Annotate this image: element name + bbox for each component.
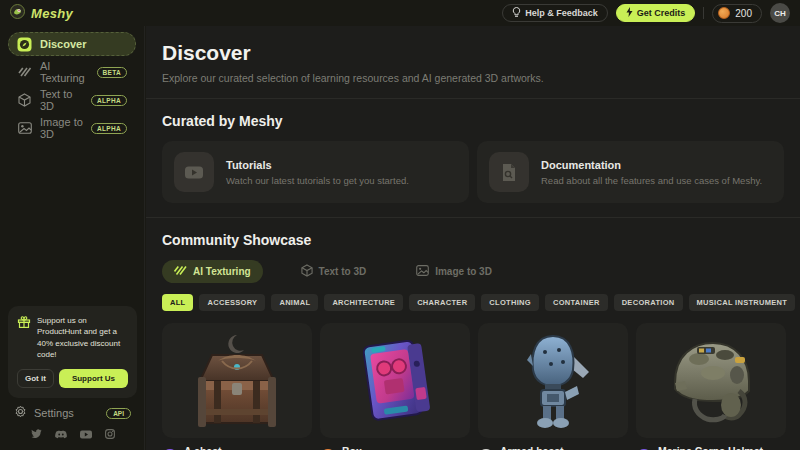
texture-stripes-icon [17,65,32,80]
image-icon [17,121,32,136]
credits-count: 200 [735,8,752,19]
curated-heading: Curated by Meshy [162,113,784,129]
tab-image-to-3d[interactable]: Image to 3D [404,260,504,283]
beta-badge: BETA [97,67,127,78]
model-thumbnail-marine-helmet [636,323,786,438]
gear-icon [14,404,27,422]
app-title: Meshy [31,6,73,21]
curated-card-description: Watch our latest tutorials to get you st… [226,175,409,186]
image-icon [416,265,429,278]
main-content: Discover Explore our curated selection o… [146,26,800,450]
page-title: Discover [162,41,784,65]
app-logo[interactable]: Meshy [10,4,73,23]
sidebar-item-label: Text to 3D [40,88,83,112]
lightning-icon [626,7,633,19]
filter-chip-musical-instrument[interactable]: MUSICAL INSTRUMENT [689,294,796,311]
sidebar-item-discover[interactable]: Discover [8,32,136,56]
page-subtitle: Explore our curated selection of learnin… [162,72,784,84]
sidebar-item-label: Discover [40,38,86,50]
model-thumbnail-chest [162,323,312,438]
tab-label: Text to 3D [319,266,367,277]
got-it-button[interactable]: Got it [17,369,54,388]
get-credits-button[interactable]: Get Credits [616,4,696,22]
settings-label: Settings [34,407,74,419]
curated-card-title: Tutorials [226,159,409,171]
compass-icon [17,37,32,52]
filter-chip-all[interactable]: ALL [162,294,193,311]
document-search-icon [489,152,529,192]
filter-chip-character[interactable]: CHARACTER [409,294,475,311]
discord-icon[interactable] [55,425,67,443]
model-title: Armed beast [500,445,564,450]
lightbulb-icon [512,7,521,19]
filter-chip-accessory[interactable]: ACCESSORY [199,294,265,311]
curated-card-description: Read about all the features and use case… [541,175,762,186]
filter-chip-decoration[interactable]: DECORATION [614,294,683,311]
topbar: Meshy Help & Feedback Get Credits 200 CH [0,0,800,26]
tab-label: AI Texturing [193,266,251,277]
showcase-item-chest[interactable]: HA A chest Hannah [162,323,312,450]
sidebar-item-label: Image to 3D [40,116,83,140]
model-thumbnail-armed-beast [478,323,628,438]
instagram-icon[interactable] [105,425,115,443]
section-divider [146,217,800,218]
user-avatar[interactable]: CH [770,3,790,23]
filter-chip-clothing[interactable]: CLOTHING [481,294,539,311]
sidebar-item-label: AI Texturing [40,60,89,84]
api-badge: API [106,408,131,419]
sidebar-item-settings[interactable]: Settings API [8,404,137,422]
tab-ai-texturing[interactable]: AI Texturing [162,260,263,283]
filter-chip-animal[interactable]: ANIMAL [271,294,318,311]
alpha-badge: ALPHA [91,123,127,134]
model-title: Box [342,445,376,450]
gift-icon [17,315,31,361]
tab-text-to-3d[interactable]: Text to 3D [289,259,379,284]
youtube-play-icon [174,152,214,192]
category-filters: ALL ACCESSORY ANIMAL ARCHITECTURE CHARAC… [162,294,784,311]
sidebar-item-ai-texturing[interactable]: AI Texturing BETA [8,60,136,84]
social-links [0,425,145,443]
producthunt-support-card: Support us on ProductHunt and get a 40% … [8,306,137,398]
section-divider [146,98,800,99]
support-message: Support us on ProductHunt and get a 40% … [37,315,128,361]
filter-chip-container[interactable]: CONTAINER [545,294,608,311]
showcase-item-armed-beast[interactable]: AV Armed beast AVAR [478,323,628,450]
topbar-divider [703,7,704,19]
coin-icon [718,7,730,19]
cube-icon [17,93,32,108]
showcase-tabs: AI Texturing Text to 3D Image to 3D [162,259,784,284]
model-title: A chest [184,445,222,450]
sidebar-item-image-to-3d[interactable]: Image to 3D ALPHA [8,116,136,140]
alpha-badge: ALPHA [91,95,127,106]
documentation-card[interactable]: Documentation Read about all the feature… [477,141,784,203]
filter-chip-architecture[interactable]: ARCHITECTURE [324,294,403,311]
showcase-grid: HA A chest Hannah [162,323,784,450]
showcase-heading: Community Showcase [162,232,784,248]
twitter-icon[interactable] [31,425,42,443]
tab-label: Image to 3D [435,266,492,277]
support-us-button[interactable]: Support Us [59,369,128,388]
help-feedback-label: Help & Feedback [525,8,598,18]
tutorials-card[interactable]: Tutorials Watch our latest tutorials to … [162,141,469,203]
showcase-item-marine-helmet[interactable]: PR Marine Corps Helmet Proton [636,323,786,450]
sidebar-item-text-to-3d[interactable]: Text to 3D ALPHA [8,88,136,112]
credits-balance[interactable]: 200 [712,4,762,23]
model-title: Marine Corps Helmet [658,445,763,450]
meshy-logo-icon [10,4,25,23]
curated-card-title: Documentation [541,159,762,171]
texture-stripes-icon [174,265,187,278]
cube-icon [301,264,313,279]
youtube-icon[interactable] [80,425,92,443]
help-feedback-button[interactable]: Help & Feedback [502,4,608,22]
get-credits-label: Get Credits [637,8,686,18]
model-thumbnail-box [320,323,470,438]
sidebar: Discover AI Texturing BETA Text to 3D AL… [0,26,145,450]
showcase-item-box[interactable]: KN Box Knight42 [320,323,470,450]
